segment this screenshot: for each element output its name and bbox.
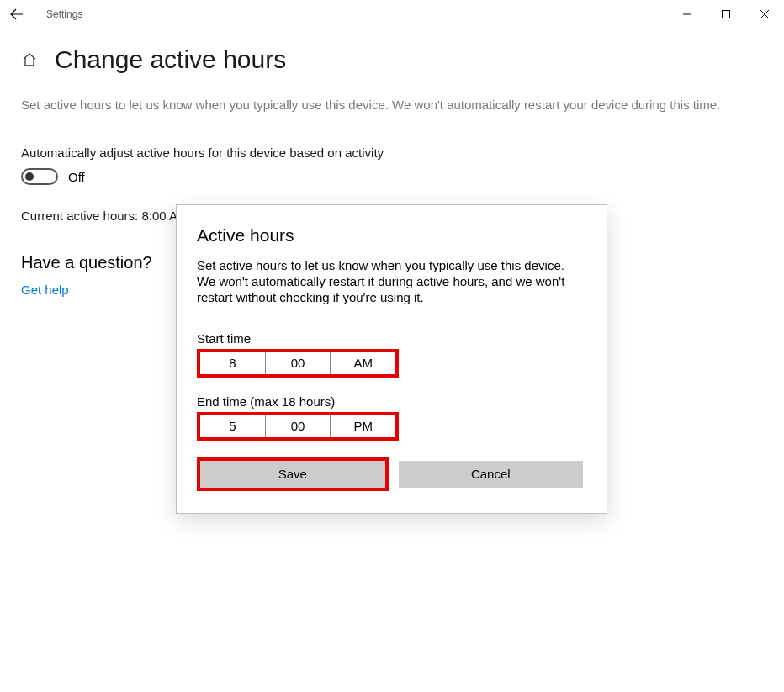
start-minute-cell[interactable]: 00 (265, 352, 331, 374)
svg-rect-0 (723, 11, 730, 18)
dialog-description: Set active hours to let us know when you… (197, 257, 586, 306)
dialog-title: Active hours (197, 225, 586, 246)
arrow-left-icon (10, 8, 24, 21)
minimize-button[interactable] (668, 0, 707, 29)
minimize-icon (683, 10, 691, 18)
end-time-picker[interactable]: 5 00 PM (197, 412, 399, 441)
auto-adjust-toggle[interactable] (21, 168, 58, 185)
end-period-cell[interactable]: PM (330, 415, 395, 437)
toggle-state-label: Off (68, 170, 85, 184)
back-button[interactable] (0, 0, 34, 29)
cancel-button-wrap: Cancel (395, 457, 587, 491)
home-icon[interactable] (21, 51, 38, 68)
end-hour-cell[interactable]: 5 (200, 415, 265, 437)
maximize-icon (722, 10, 730, 18)
end-minute-cell[interactable]: 00 (265, 415, 331, 437)
maximize-button[interactable] (707, 0, 745, 29)
page-heading-row: Change active hours (21, 45, 763, 74)
start-hour-cell[interactable]: 8 (200, 352, 265, 374)
save-button-highlight: Save (197, 457, 389, 491)
save-button[interactable]: Save (200, 461, 385, 488)
end-time-label: End time (max 18 hours) (197, 394, 586, 409)
close-icon (760, 10, 769, 18)
window-controls (668, 0, 784, 29)
dialog-button-row: Save Cancel (197, 457, 586, 491)
auto-adjust-toggle-row: Off (21, 168, 763, 185)
page-description: Set active hours to let us know when you… (21, 98, 763, 112)
titlebar: Settings (0, 0, 784, 29)
cancel-button[interactable]: Cancel (399, 461, 584, 488)
app-title: Settings (46, 8, 82, 20)
toggle-knob (25, 172, 34, 181)
start-time-label: Start time (197, 331, 586, 346)
start-period-cell[interactable]: AM (330, 352, 395, 374)
page-title: Change active hours (55, 45, 286, 74)
active-hours-dialog: Active hours Set active hours to let us … (176, 204, 607, 514)
auto-adjust-label: Automatically adjust active hours for th… (21, 145, 763, 160)
start-time-picker[interactable]: 8 00 AM (197, 349, 399, 378)
close-button[interactable] (745, 0, 784, 29)
get-help-link[interactable]: Get help (21, 283, 69, 297)
